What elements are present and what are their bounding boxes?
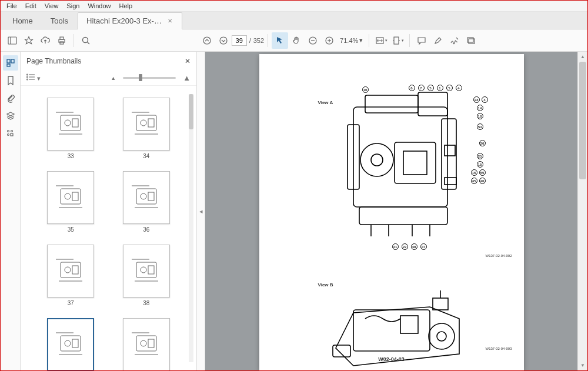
thumbnails-icon[interactable] <box>3 55 18 71</box>
thumb-small-icon: ▲ <box>111 75 116 81</box>
callout-15: 15 <box>477 161 483 168</box>
thumbnail-page-39[interactable]: 39 <box>42 318 100 370</box>
page-down-icon[interactable] <box>215 32 232 49</box>
svg-point-91 <box>371 154 383 166</box>
thumbnail-grid: 33343536373839404142 <box>21 86 196 370</box>
svg-rect-62 <box>148 266 154 274</box>
thumbnail-page-33[interactable]: 33 <box>42 98 100 159</box>
tab-document[interactable]: Hitachi Ex200-3 Ex-… ✕ <box>78 12 182 29</box>
tab-home[interactable]: Home <box>4 13 41 29</box>
svg-rect-28 <box>11 133 13 136</box>
callout-45: 45 <box>471 178 477 184</box>
print-icon[interactable] <box>54 32 70 49</box>
viewer-scrollbar[interactable]: ▲ ▼ <box>577 52 587 370</box>
close-panel-icon[interactable]: ✕ <box>185 57 191 65</box>
view-b-label: View B <box>318 282 333 288</box>
close-tab-icon[interactable]: ✕ <box>166 18 173 24</box>
diagram-view-a <box>336 89 465 242</box>
svg-point-6 <box>83 37 88 42</box>
fit-width-icon[interactable]: ▾ <box>373 32 389 49</box>
page-separator: / <box>249 37 251 44</box>
panel-title: Page Thumbnails <box>26 57 81 65</box>
thumb-size-slider[interactable] <box>123 77 176 79</box>
callout-14: 14 <box>477 105 483 111</box>
svg-point-103 <box>437 332 446 341</box>
menu-edit[interactable]: Edit <box>22 1 40 11</box>
svg-rect-57 <box>72 266 78 274</box>
svg-point-71 <box>141 340 146 346</box>
menu-sign[interactable]: Sign <box>63 1 83 11</box>
chevron-down-icon: ▾ <box>402 38 404 43</box>
svg-point-90 <box>360 143 393 176</box>
menu-window[interactable]: Window <box>84 1 114 11</box>
callout-7: 7 <box>418 85 425 91</box>
thumbnail-page-37[interactable]: 37 <box>42 245 100 306</box>
svg-point-56 <box>65 267 71 273</box>
svg-line-19 <box>456 38 458 39</box>
menu-help[interactable]: Help <box>116 1 136 11</box>
menu-file[interactable]: File <box>3 1 21 11</box>
attachment-icon[interactable] <box>3 91 18 106</box>
highlight-icon[interactable] <box>430 32 446 49</box>
signature-icon[interactable] <box>446 32 463 49</box>
svg-rect-37 <box>72 119 78 127</box>
svg-rect-99 <box>445 145 455 156</box>
main-area: Page Thumbnails ✕ ▾ ▲ ▲ 3334353637383940… <box>1 52 587 370</box>
svg-rect-24 <box>7 64 10 66</box>
svg-rect-85 <box>353 107 447 207</box>
tab-document-label: Hitachi Ex200-3 Ex-… <box>86 16 162 25</box>
comment-icon[interactable] <box>413 32 430 49</box>
star-icon[interactable] <box>21 32 37 49</box>
page-view-icon[interactable]: ▾ <box>389 32 406 49</box>
zoom-out-icon[interactable] <box>305 32 321 49</box>
callout-6: 6 <box>409 85 415 91</box>
callout-22: 22 <box>402 243 408 250</box>
total-pages: 352 <box>253 37 264 44</box>
svg-rect-0 <box>8 37 16 44</box>
thumbnail-page-35[interactable]: 35 <box>42 171 100 233</box>
hand-icon[interactable] <box>288 32 305 49</box>
svg-rect-52 <box>148 192 154 200</box>
svg-point-27 <box>7 134 9 136</box>
collapse-panel-icon[interactable]: ◂ <box>197 52 205 370</box>
panel-scrollbar[interactable] <box>187 86 195 370</box>
menu-view[interactable]: View <box>41 1 62 11</box>
current-page-input[interactable] <box>232 35 247 46</box>
menu-bar: File Edit View Sign Window Help <box>1 1 587 12</box>
panel-options-icon[interactable]: ▾ <box>26 73 41 82</box>
cloud-upload-icon[interactable] <box>37 32 54 49</box>
page-indicator: / 352 <box>232 35 264 46</box>
svg-point-26 <box>11 131 12 132</box>
callout-10: 10 <box>362 86 369 93</box>
layers-icon[interactable] <box>3 108 18 123</box>
scroll-thumb[interactable] <box>579 62 586 179</box>
chevron-down-icon: ▾ <box>385 38 387 43</box>
svg-point-61 <box>141 267 146 273</box>
svg-point-36 <box>65 120 71 126</box>
tab-tools[interactable]: Tools <box>42 13 76 29</box>
svg-rect-5 <box>60 42 64 44</box>
svg-point-34 <box>27 79 28 80</box>
search-icon[interactable] <box>78 32 94 49</box>
svg-rect-100 <box>445 178 456 185</box>
callout-16: 16 <box>471 169 477 176</box>
sidebar-toggle-icon[interactable] <box>4 32 21 49</box>
page-footer: W02-04-03 <box>259 356 524 362</box>
svg-point-46 <box>65 193 71 199</box>
bookmark-icon[interactable] <box>3 73 18 88</box>
scroll-up-icon[interactable]: ▲ <box>578 52 587 62</box>
page-up-icon[interactable] <box>199 32 215 49</box>
stamp-icon[interactable] <box>463 32 479 49</box>
thumbnail-page-34[interactable]: 34 <box>118 98 176 159</box>
thumbnail-page-38[interactable]: 38 <box>118 245 176 306</box>
thumbnail-page-40[interactable]: 40 <box>118 318 176 370</box>
thumbnail-page-36[interactable]: 36 <box>118 171 176 233</box>
document-viewer[interactable]: View A 6751541023314185426251516554546 <box>205 52 577 370</box>
zoom-in-icon[interactable] <box>321 32 338 49</box>
more-tools-icon[interactable] <box>3 126 18 141</box>
callout-18: 18 <box>477 113 483 119</box>
svg-point-41 <box>141 120 146 126</box>
pointer-icon[interactable] <box>272 32 288 49</box>
zoom-dropdown[interactable]: 71.4%▾ <box>338 36 365 44</box>
scroll-down-icon[interactable]: ▼ <box>578 360 587 370</box>
